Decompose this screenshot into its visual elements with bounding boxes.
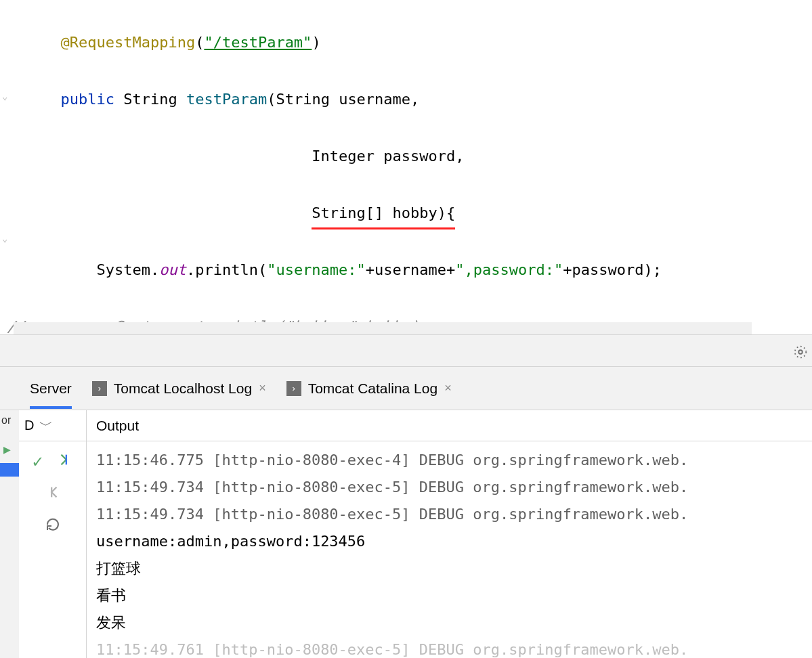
close-icon[interactable]: × xyxy=(444,381,452,395)
close-icon[interactable]: × xyxy=(259,381,266,395)
output-panel: Output 11:15:46.775 [http-nio-8080-exec-… xyxy=(87,410,812,658)
tab-label: Tomcat Localhost Log xyxy=(114,380,252,397)
method-name: testParam xyxy=(186,91,267,108)
log-line: 11:15:49.734 [http-nio-8080-exec-5] DEBU… xyxy=(96,506,688,523)
code-text: System. xyxy=(96,261,159,278)
code-editor[interactable]: ⌄ ⌄ @RequestMapping("/testParam") public… xyxy=(0,0,812,334)
console-output[interactable]: 11:15:46.775 [http-nio-8080-exec-4] DEBU… xyxy=(87,441,812,658)
stdout-line: username:admin,password:123456 xyxy=(96,533,365,550)
param3-underlined: String[] hobby){ xyxy=(312,199,455,229)
field-out: out xyxy=(159,261,186,278)
type: String xyxy=(123,91,177,108)
stdout-line: 打篮球 xyxy=(96,560,141,577)
stdout-line: 看书 xyxy=(96,587,126,604)
log-tabs: Server › Tomcat Localhost Log × › Tomcat… xyxy=(0,367,812,410)
param1: (String username, xyxy=(267,91,419,108)
keyword-public: public xyxy=(60,91,114,108)
stdout-line: 发呆 xyxy=(96,614,126,631)
left-sidebar: or ▶ xyxy=(0,410,19,658)
deployment-panel: D ﹀ ✓ xyxy=(19,410,87,658)
svg-point-1 xyxy=(795,347,807,358)
log-icon: › xyxy=(92,381,107,396)
output-header: Output xyxy=(87,410,812,441)
sidebar-text: or xyxy=(1,414,11,426)
svg-point-0 xyxy=(798,350,803,354)
param2-name: password, xyxy=(375,148,464,164)
log-icon: › xyxy=(286,381,301,396)
tab-tomcat-localhost-log[interactable]: › Tomcat Localhost Log × xyxy=(92,378,266,399)
log-line: 11:15:49.734 [http-nio-8080-exec-5] DEBU… xyxy=(96,479,688,496)
selected-indicator xyxy=(0,463,19,477)
param2-type: Integer xyxy=(312,148,375,164)
deployment-letter: D xyxy=(24,418,34,433)
deployment-header[interactable]: D ﹀ xyxy=(19,410,86,441)
check-icon[interactable]: ✓ xyxy=(33,451,43,471)
run-icon[interactable]: ▶ xyxy=(3,444,11,455)
run-tool-window: or ▶ D ﹀ ✓ Output 11:15:46.775 [http-nio… xyxy=(0,410,812,658)
horizontal-scrollbar[interactable] xyxy=(14,322,752,334)
annotation: @RequestMapping xyxy=(60,34,195,51)
annotation-value: "/testParam" xyxy=(204,34,312,51)
tool-window-toolbar xyxy=(0,334,812,367)
deploy-icon[interactable] xyxy=(58,452,72,470)
chevron-down-icon: ﹀ xyxy=(39,416,53,435)
undeploy-icon[interactable] xyxy=(45,485,60,503)
log-line-partial: 11:15:49.761 [http-nio-8080-exec-5] DEBU… xyxy=(96,641,688,658)
refresh-icon[interactable] xyxy=(45,517,61,537)
tab-label: Tomcat Catalina Log xyxy=(308,380,437,397)
tab-label: Server xyxy=(30,380,72,397)
tab-tomcat-catalina-log[interactable]: › Tomcat Catalina Log × xyxy=(286,378,452,399)
log-line: 11:15:46.775 [http-nio-8080-exec-4] DEBU… xyxy=(96,452,688,468)
tab-server[interactable]: Server xyxy=(30,378,72,409)
gear-icon[interactable] xyxy=(793,345,808,363)
code-content[interactable]: @RequestMapping("/testParam") public Str… xyxy=(7,0,812,334)
